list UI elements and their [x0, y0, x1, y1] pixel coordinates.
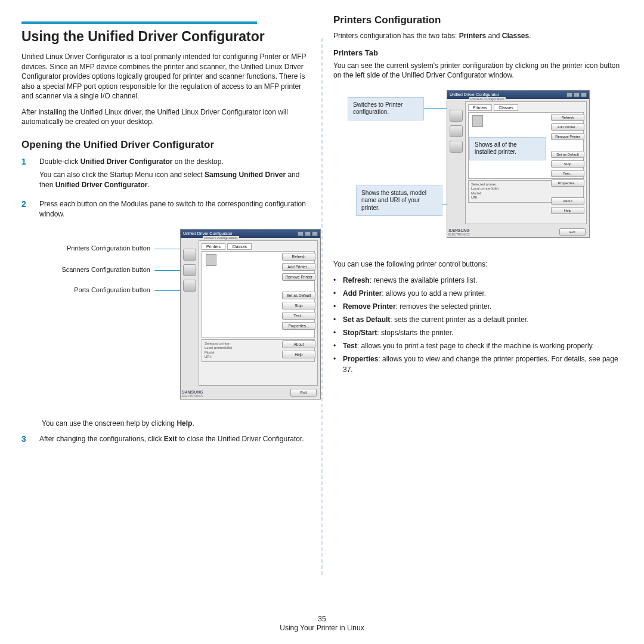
panel-title: Printers configuration: [203, 236, 239, 240]
list-item: Add Printer: allows you to add a new pri…: [333, 288, 623, 299]
scanner-icon[interactable]: [183, 264, 196, 276]
set-default-button[interactable]: Set as Default: [282, 292, 315, 299]
list-item: Remove Printer: removes the selected pri…: [333, 301, 623, 312]
printer-icon[interactable]: [183, 249, 196, 261]
list-item: Refresh: renews the available printers l…: [333, 275, 623, 286]
column-divider: [321, 38, 323, 575]
page-number: 35: [0, 615, 644, 624]
intro-paragraph-1: Unified Linux Driver Configurator is a t…: [21, 52, 311, 101]
tab-printers[interactable]: Printers: [202, 243, 225, 250]
step-body: Double-click Unified Driver Configurator…: [39, 157, 311, 194]
opening-steps-list: 1 Double-click Unified Driver Configurat…: [21, 157, 311, 223]
callout-leader: [424, 108, 448, 109]
properties-button[interactable]: Properties...: [282, 322, 315, 330]
test-button[interactable]: Test...: [282, 312, 315, 320]
about-button[interactable]: About: [282, 340, 315, 348]
title-rule: [21, 21, 257, 24]
minimize-icon[interactable]: [566, 92, 572, 97]
control-buttons-intro: You can use the following printer contro…: [333, 259, 623, 270]
stop-button[interactable]: Stop: [551, 160, 584, 168]
label-ports-button: Ports Configuration button: [74, 286, 150, 293]
unified-driver-configurator-window: Unified Driver Configurator Printers con…: [180, 229, 321, 400]
minimize-icon[interactable]: [298, 231, 304, 236]
configurator-screenshot-1: Printers Configuration button Scanners C…: [21, 229, 308, 414]
printer-icon[interactable]: [450, 110, 463, 122]
step-1: 1 Double-click Unified Driver Configurat…: [21, 157, 311, 194]
port-icon[interactable]: [450, 141, 463, 153]
printer-item-icon[interactable]: [206, 254, 216, 266]
list-item: Set as Default: sets the current printer…: [333, 314, 623, 325]
printers-tab-description: You can see the current system's printer…: [333, 61, 623, 80]
maximize-icon[interactable]: [574, 92, 580, 97]
printers-configuration-panel: Printers configuration Printers Classes …: [199, 240, 318, 386]
maximize-icon[interactable]: [305, 231, 311, 236]
window-title: Unified Driver Configurator: [450, 92, 499, 97]
label-scanners-button: Scanners Configuration button: [61, 266, 150, 273]
page-footer-text: Using Your Printer in Linux: [0, 624, 644, 633]
exit-button[interactable]: Exit: [290, 389, 317, 397]
control-buttons-column: Refresh Add Printer... Remove Printer Se…: [282, 253, 315, 358]
callout-installed-printers: Shows all of the installed printer.: [469, 137, 546, 160]
samsung-logo: SAMSUNGELECTRONICS: [182, 390, 203, 398]
printers-tab-title: Printers Tab: [333, 48, 623, 57]
stop-button[interactable]: Stop: [282, 302, 315, 309]
tab-classes[interactable]: Classes: [494, 104, 518, 111]
close-icon[interactable]: [312, 231, 318, 236]
unified-driver-configurator-window: Unified Driver Configurator Printers con…: [447, 90, 590, 238]
help-button[interactable]: Help: [282, 351, 315, 358]
close-icon[interactable]: [581, 92, 587, 97]
help-button[interactable]: Help: [551, 207, 584, 214]
left-column: Using the Unified Driver Configurator Un…: [21, 14, 311, 599]
samsung-logo: SAMSUNGELECTRONICS: [448, 228, 470, 236]
window-titlebar[interactable]: Unified Driver Configurator: [447, 91, 589, 99]
step-number: 1: [21, 157, 30, 194]
intro-paragraph-2: After installing the Unified Linux drive…: [21, 107, 311, 127]
remove-printer-button[interactable]: Remove Printer: [282, 273, 315, 281]
exit-button[interactable]: Exit: [559, 228, 586, 236]
remove-printer-button[interactable]: Remove Printer: [551, 133, 584, 140]
refresh-button[interactable]: Refresh: [282, 253, 315, 261]
page-footer: 35 Using Your Printer in Linux: [0, 615, 644, 633]
tab-printers[interactable]: Printers: [468, 104, 492, 111]
list-item: Properties: allows you to view and chang…: [333, 354, 623, 375]
callout-switch-printer: Switches to Printer configuration.: [348, 97, 424, 120]
step-3: 3 After changing the configurations, cli…: [21, 434, 311, 448]
right-column: Printers Configuration Printers configur…: [333, 14, 623, 599]
step-2: 2 Press each button on the Modules pane …: [21, 199, 311, 222]
scanner-icon[interactable]: [450, 125, 463, 137]
refresh-button[interactable]: Refresh: [551, 114, 584, 121]
properties-button[interactable]: Properties...: [551, 179, 584, 187]
step-body: Press each button on the Modules pane to…: [39, 199, 311, 222]
callout-status-uri: Shows the status, model name and URI of …: [356, 185, 442, 216]
set-default-button[interactable]: Set as Default: [551, 151, 584, 158]
printer-item-icon[interactable]: [472, 115, 483, 127]
test-button[interactable]: Test...: [551, 170, 584, 177]
step-number: 3: [21, 434, 30, 448]
port-icon[interactable]: [183, 280, 196, 292]
section-title: Using the Unified Driver Configurator: [21, 29, 311, 45]
about-button[interactable]: About: [551, 197, 584, 205]
control-buttons-list: Refresh: renews the available printers l…: [333, 275, 623, 375]
subsection-title: Opening the Unified Driver Configurator: [21, 139, 311, 151]
add-printer-button[interactable]: Add Printer...: [551, 123, 584, 131]
list-item: Test: allows you to print a test page to…: [333, 340, 623, 351]
modules-pane: [183, 240, 196, 386]
add-printer-button[interactable]: Add Printer...: [282, 263, 315, 271]
list-item: Stop/Start: stops/starts the printer.: [333, 327, 623, 338]
step-number: 2: [21, 199, 30, 222]
label-printers-button: Printers Configuration button: [67, 244, 150, 252]
tab-classes[interactable]: Classes: [227, 243, 252, 250]
window-titlebar[interactable]: Unified Driver Configurator: [181, 230, 320, 238]
printers-config-title: Printers Configuration: [333, 14, 623, 26]
configurator-screenshot-2: Switches to Printer configuration. Shows…: [339, 86, 596, 253]
window-title: Unified Driver Configurator: [183, 231, 233, 236]
